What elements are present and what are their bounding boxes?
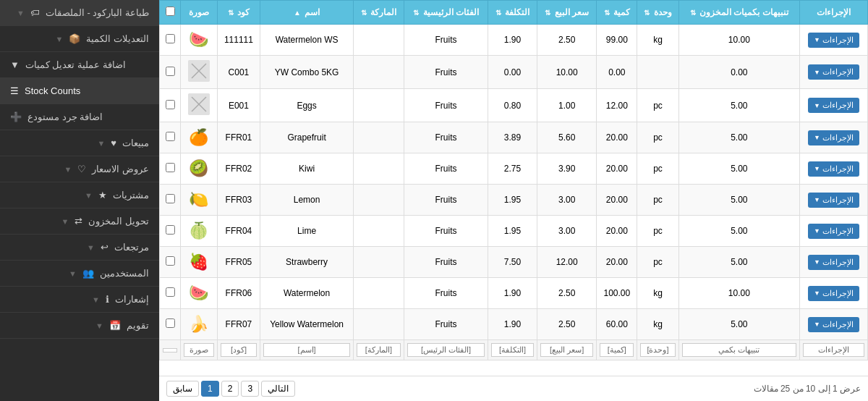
chevron-icon: ▼ [97, 139, 105, 148]
actions-button[interactable]: الإجراءات [808, 161, 859, 177]
checkbox-cell[interactable] [160, 89, 181, 122]
checkbox-cell[interactable] [160, 56, 181, 89]
qty-cell: 20.00 [597, 122, 637, 153]
col-sale-price: سعر البيع ⇅ [537, 1, 597, 25]
main-cat-cell: Fruits [404, 25, 488, 56]
row-checkbox[interactable] [166, 318, 175, 328]
actions-button[interactable]: الإجراءات [808, 130, 859, 145]
checkbox-cell[interactable] [160, 153, 181, 185]
sidebar-item-price-offers[interactable]: عروض الاسعار ♡ ▼ [0, 156, 159, 182]
actions-button[interactable]: الإجراءات [808, 33, 859, 48]
image-cell: 🍋 [181, 185, 217, 216]
unit-cell: kg [637, 278, 679, 309]
row-checkbox[interactable] [166, 34, 175, 43]
page-3-button[interactable]: 3 [241, 381, 259, 397]
prev-page-button[interactable]: سابق [166, 381, 199, 397]
sidebar-item-label: إشعارات [115, 294, 149, 305]
image-cell [181, 56, 217, 89]
actions-cell: الإجراءات [799, 25, 867, 56]
checkbox-cell[interactable] [160, 309, 181, 340]
footer-filter-label: [سعر البيع] [540, 343, 594, 357]
footer-filter-label: [كمية] [600, 343, 634, 357]
table-row: الإجراءات 5.00 pc 20.00 3.90 2.75 Fruits… [160, 153, 868, 185]
actions-button[interactable]: الإجراءات [808, 193, 859, 208]
sidebar-item-add-inventory[interactable]: اضافة جرد مستودع ➕ [0, 104, 159, 130]
product-image: 🍓 [188, 251, 210, 273]
sidebar-item-label: التعديلات الكمية [86, 33, 149, 44]
checkbox-cell[interactable] [160, 122, 181, 153]
next-page-button[interactable]: التالي [261, 381, 295, 397]
sale-price-cell: 2.50 [537, 309, 597, 340]
brand-cell [353, 56, 404, 89]
row-checkbox[interactable] [166, 287, 175, 297]
sidebar-item-add-quantity-op[interactable]: اضافة عملية تعديل كميات ▼ [0, 52, 159, 78]
code-cell: FFR06 [217, 278, 260, 309]
sale-price-cell: 3.90 [537, 153, 597, 185]
name-cell: Grapefruit [260, 122, 354, 153]
heart-icon: ♥ [111, 138, 116, 148]
sidebar-item-stock-counts[interactable]: Stock Counts ☰ [0, 78, 159, 104]
product-image: 🍊 [188, 127, 210, 148]
footer-filter-cell: [التكلفة] [488, 340, 537, 360]
name-cell: YW Combo 5KG [260, 56, 354, 89]
page-1-button[interactable]: 1 [201, 381, 219, 397]
row-checkbox[interactable] [166, 194, 175, 203]
actions-button[interactable]: الإجراءات [808, 98, 859, 113]
name-cell: Kiwi [260, 153, 354, 185]
row-checkbox[interactable] [166, 67, 175, 76]
brand-cell [353, 89, 404, 122]
heart-outline-icon: ♡ [77, 164, 86, 174]
stock-alert-cell: 5.00 [678, 309, 799, 340]
checkbox-cell[interactable] [160, 278, 181, 309]
info-icon: ℹ [106, 294, 109, 305]
actions-button[interactable]: الإجراءات [808, 317, 859, 332]
image-cell: 🍌 [181, 309, 217, 340]
brand-cell [353, 247, 404, 278]
cost-cell: 1.90 [488, 25, 537, 56]
actions-button[interactable]: الإجراءات [808, 64, 859, 80]
sidebar-item-users[interactable]: المستخدمين 👥 ▼ [0, 261, 159, 287]
product-image: 🍉 [188, 282, 210, 304]
sidebar-item-sales[interactable]: مبيعات ♥ ▼ [0, 130, 159, 156]
table-row: الإجراءات 5.00 pc 20.00 5.60 3.89 Fruits… [160, 122, 868, 153]
row-checkbox[interactable] [166, 225, 175, 235]
actions-button[interactable]: الإجراءات [808, 286, 859, 301]
row-checkbox[interactable] [166, 100, 175, 109]
sidebar-item-reports[interactable]: تقويم 📅 ▼ [0, 313, 159, 339]
row-checkbox[interactable] [166, 163, 175, 172]
checkbox-cell[interactable] [160, 247, 181, 278]
name-cell: Lemon [260, 185, 354, 216]
actions-button[interactable]: الإجراءات [808, 224, 859, 239]
sale-price-cell: 1.00 [537, 89, 597, 122]
stock-alert-cell: 0.00 [678, 56, 799, 89]
footer-filter-cell: الإجراءات [799, 340, 867, 360]
list-icon: ☰ [10, 85, 19, 96]
main-cat-cell: Fruits [404, 89, 488, 122]
code-cell: FFR03 [217, 185, 260, 216]
actions-button[interactable]: الإجراءات [808, 255, 859, 270]
table-row: الإجراءات 5.00 pc 20.00 12.00 7.50 Fruit… [160, 247, 868, 278]
name-cell: Strawberry [260, 247, 354, 278]
sidebar-item-purchases[interactable]: مشتريات ★ ▼ [0, 182, 159, 208]
calendar-icon: 📅 [109, 320, 121, 331]
chevron-icon: ▼ [95, 321, 103, 330]
sale-price-cell: 5.60 [537, 122, 597, 153]
sidebar-item-notifications[interactable]: إشعارات ℹ ▼ [0, 287, 159, 313]
col-checkbox-all[interactable] [160, 1, 181, 25]
page-info: عرض 1 إلى 10 من 25 مقالات [754, 384, 861, 394]
sidebar-item-quantity-updates[interactable]: التعديلات الكمية 📦 ▼ [0, 26, 159, 52]
sidebar-item-print-barcode[interactable]: طباعة الباركود - الملصقات 🏷 ▼ [0, 0, 159, 26]
sidebar-item-returns[interactable]: مرتجعات ↩ ▼ [0, 235, 159, 261]
cost-cell: 1.90 [488, 278, 537, 309]
row-checkbox[interactable] [166, 132, 175, 141]
page-2-button[interactable]: 2 [221, 381, 239, 397]
row-checkbox[interactable] [166, 256, 175, 266]
checkbox-cell[interactable] [160, 25, 181, 56]
sidebar-item-transfer-stock[interactable]: تحويل المخزون ⇄ ▼ [0, 208, 159, 235]
cost-cell: 0.80 [488, 89, 537, 122]
qty-cell: 20.00 [597, 153, 637, 185]
sidebar-item-label: طباعة الباركود - الملصقات [46, 7, 149, 18]
checkbox-cell[interactable] [160, 216, 181, 247]
image-cell: 🍊 [181, 122, 217, 153]
checkbox-cell[interactable] [160, 185, 181, 216]
